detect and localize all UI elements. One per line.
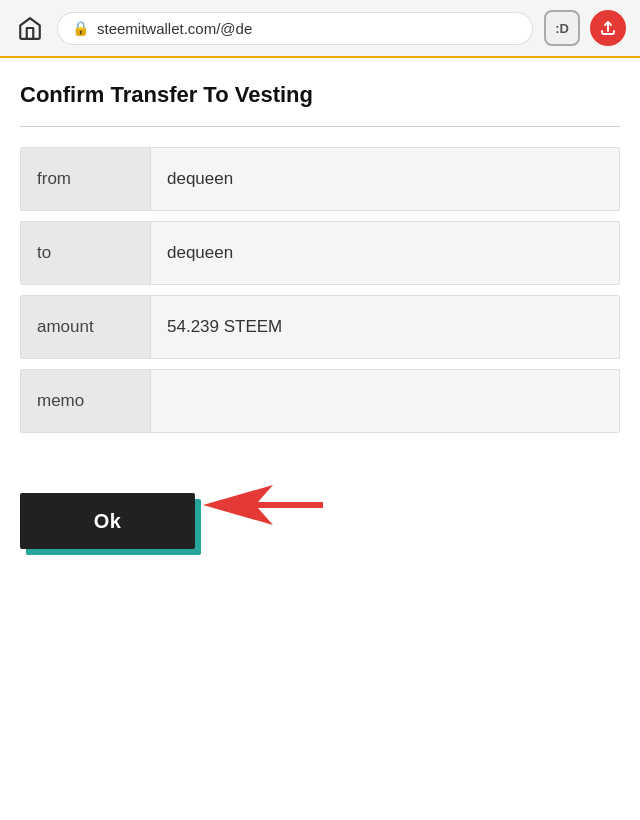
memo-row: memo	[20, 369, 620, 433]
address-bar[interactable]: 🔒 steemitwallet.com/@de	[58, 13, 532, 44]
lock-icon: 🔒	[72, 20, 89, 36]
from-row: from dequeen	[20, 147, 620, 211]
to-row: to dequeen	[20, 221, 620, 285]
page-content: Confirm Transfer To Vesting from dequeen…	[0, 58, 640, 573]
amount-value: 54.239 STEEM	[151, 296, 619, 358]
svg-marker-0	[203, 485, 323, 525]
home-icon[interactable]	[14, 12, 46, 44]
to-value: dequeen	[151, 222, 619, 284]
browser-chrome: 🔒 steemitwallet.com/@de :D	[0, 0, 640, 58]
amount-label: amount	[21, 296, 151, 358]
memo-value	[151, 370, 619, 432]
section-divider	[20, 126, 620, 127]
from-value: dequeen	[151, 148, 619, 210]
arrow-indicator	[203, 480, 323, 534]
url-text: steemitwallet.com/@de	[97, 20, 252, 37]
from-label: from	[21, 148, 151, 210]
page-title: Confirm Transfer To Vesting	[20, 82, 620, 108]
ok-button[interactable]: Ok	[20, 493, 195, 549]
to-label: to	[21, 222, 151, 284]
amount-row: amount 54.239 STEEM	[20, 295, 620, 359]
menu-button[interactable]: :D	[544, 10, 580, 46]
browser-actions: :D	[544, 10, 626, 46]
red-arrow-icon	[203, 480, 323, 530]
ok-button-area: Ok	[20, 493, 195, 549]
memo-label: memo	[21, 370, 151, 432]
upload-button[interactable]	[590, 10, 626, 46]
